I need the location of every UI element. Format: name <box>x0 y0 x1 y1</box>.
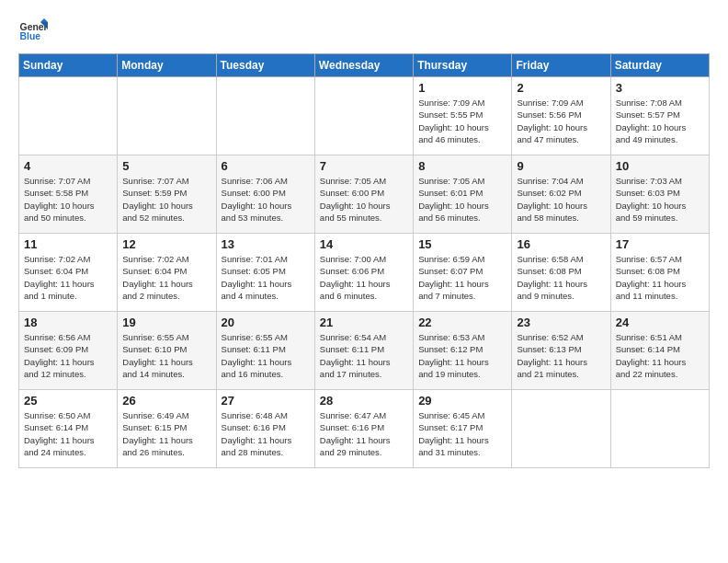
calendar-day <box>610 390 709 468</box>
day-info: Sunrise: 6:45 AM Sunset: 6:17 PM Dayligh… <box>418 409 506 458</box>
day-info: Sunrise: 6:55 AM Sunset: 6:11 PM Dayligh… <box>222 331 310 380</box>
day-info: Sunrise: 6:54 AM Sunset: 6:11 PM Dayligh… <box>320 331 408 380</box>
calendar-day: 22Sunrise: 6:53 AM Sunset: 6:12 PM Dayli… <box>414 312 512 390</box>
day-info: Sunrise: 7:09 AM Sunset: 5:56 PM Dayligh… <box>517 97 605 145</box>
day-info: Sunrise: 7:06 AM Sunset: 6:00 PM Dayligh… <box>222 175 310 224</box>
calendar-day: 24Sunrise: 6:51 AM Sunset: 6:14 PM Dayli… <box>610 312 709 390</box>
day-number: 20 <box>222 316 310 329</box>
day-number: 19 <box>122 316 210 329</box>
day-number: 8 <box>418 159 506 173</box>
calendar-day <box>512 390 610 468</box>
day-info: Sunrise: 6:56 AM Sunset: 6:09 PM Dayligh… <box>24 331 112 380</box>
calendar-day: 7Sunrise: 7:05 AM Sunset: 6:00 PM Daylig… <box>314 155 413 234</box>
day-number: 14 <box>320 237 408 251</box>
day-info: Sunrise: 6:49 AM Sunset: 6:15 PM Dayligh… <box>122 409 210 458</box>
day-header: Friday <box>512 54 610 77</box>
day-number: 29 <box>418 394 506 408</box>
calendar-day: 28Sunrise: 6:47 AM Sunset: 6:16 PM Dayli… <box>314 390 413 468</box>
calendar-header: SundayMondayTuesdayWednesdayThursdayFrid… <box>19 54 710 77</box>
calendar-day <box>314 77 413 155</box>
day-info: Sunrise: 7:08 AM Sunset: 5:57 PM Dayligh… <box>616 97 704 145</box>
day-number: 27 <box>222 394 310 408</box>
calendar-day: 27Sunrise: 6:48 AM Sunset: 6:16 PM Dayli… <box>216 390 314 468</box>
day-info: Sunrise: 7:07 AM Sunset: 5:59 PM Dayligh… <box>122 175 210 224</box>
calendar-day: 17Sunrise: 6:57 AM Sunset: 6:08 PM Dayli… <box>610 234 709 312</box>
logo-icon: General Blue <box>18 18 48 44</box>
calendar-day <box>118 77 216 155</box>
calendar-week: 18Sunrise: 6:56 AM Sunset: 6:09 PM Dayli… <box>19 312 710 390</box>
day-info: Sunrise: 7:03 AM Sunset: 6:03 PM Dayligh… <box>616 175 704 224</box>
day-number: 15 <box>418 237 506 251</box>
calendar-week: 4Sunrise: 7:07 AM Sunset: 5:58 PM Daylig… <box>19 155 710 234</box>
day-number: 7 <box>320 159 408 173</box>
day-header: Wednesday <box>314 54 413 77</box>
calendar-week: 11Sunrise: 7:02 AM Sunset: 6:04 PM Dayli… <box>19 234 710 312</box>
day-info: Sunrise: 6:59 AM Sunset: 6:07 PM Dayligh… <box>418 253 506 302</box>
calendar-day: 16Sunrise: 6:58 AM Sunset: 6:08 PM Dayli… <box>512 234 610 312</box>
day-header: Sunday <box>19 54 118 77</box>
svg-text:Blue: Blue <box>20 31 41 41</box>
calendar-day <box>19 77 118 155</box>
calendar-day: 25Sunrise: 6:50 AM Sunset: 6:14 PM Dayli… <box>19 390 118 468</box>
calendar-day: 18Sunrise: 6:56 AM Sunset: 6:09 PM Dayli… <box>19 312 118 390</box>
day-number: 4 <box>24 159 112 173</box>
calendar-day: 12Sunrise: 7:02 AM Sunset: 6:04 PM Dayli… <box>118 234 216 312</box>
calendar-day: 3Sunrise: 7:08 AM Sunset: 5:57 PM Daylig… <box>610 77 709 155</box>
calendar-day: 14Sunrise: 7:00 AM Sunset: 6:06 PM Dayli… <box>314 234 413 312</box>
calendar-day: 5Sunrise: 7:07 AM Sunset: 5:59 PM Daylig… <box>118 155 216 234</box>
day-number: 2 <box>517 81 605 95</box>
calendar-day: 4Sunrise: 7:07 AM Sunset: 5:58 PM Daylig… <box>19 155 118 234</box>
calendar-day: 6Sunrise: 7:06 AM Sunset: 6:00 PM Daylig… <box>216 155 314 234</box>
calendar-day: 1Sunrise: 7:09 AM Sunset: 5:55 PM Daylig… <box>414 77 512 155</box>
calendar-week: 1Sunrise: 7:09 AM Sunset: 5:55 PM Daylig… <box>19 77 710 155</box>
day-number: 22 <box>418 316 506 329</box>
calendar-day: 23Sunrise: 6:52 AM Sunset: 6:13 PM Dayli… <box>512 312 610 390</box>
day-info: Sunrise: 7:02 AM Sunset: 6:04 PM Dayligh… <box>122 253 210 302</box>
day-info: Sunrise: 6:51 AM Sunset: 6:14 PM Dayligh… <box>616 331 704 380</box>
day-number: 3 <box>616 81 704 95</box>
day-number: 28 <box>320 394 408 408</box>
calendar-day: 20Sunrise: 6:55 AM Sunset: 6:11 PM Dayli… <box>216 312 314 390</box>
day-number: 11 <box>24 237 112 251</box>
day-number: 1 <box>418 81 506 95</box>
day-number: 13 <box>222 237 310 251</box>
calendar-week: 25Sunrise: 6:50 AM Sunset: 6:14 PM Dayli… <box>19 390 710 468</box>
day-info: Sunrise: 6:50 AM Sunset: 6:14 PM Dayligh… <box>24 409 112 458</box>
page-header: General Blue <box>18 18 710 44</box>
calendar-day: 9Sunrise: 7:04 AM Sunset: 6:02 PM Daylig… <box>512 155 610 234</box>
day-header: Monday <box>118 54 216 77</box>
day-info: Sunrise: 7:05 AM Sunset: 6:00 PM Dayligh… <box>320 175 408 224</box>
day-info: Sunrise: 7:01 AM Sunset: 6:05 PM Dayligh… <box>222 253 310 302</box>
calendar-day: 21Sunrise: 6:54 AM Sunset: 6:11 PM Dayli… <box>314 312 413 390</box>
calendar-body: 1Sunrise: 7:09 AM Sunset: 5:55 PM Daylig… <box>19 77 710 468</box>
day-info: Sunrise: 7:00 AM Sunset: 6:06 PM Dayligh… <box>320 253 408 302</box>
calendar-day: 19Sunrise: 6:55 AM Sunset: 6:10 PM Dayli… <box>118 312 216 390</box>
day-info: Sunrise: 7:02 AM Sunset: 6:04 PM Dayligh… <box>24 253 112 302</box>
day-number: 24 <box>616 316 704 329</box>
logo: General Blue <box>18 18 48 44</box>
day-number: 12 <box>122 237 210 251</box>
day-info: Sunrise: 6:47 AM Sunset: 6:16 PM Dayligh… <box>320 409 408 458</box>
day-info: Sunrise: 6:53 AM Sunset: 6:12 PM Dayligh… <box>418 331 506 380</box>
day-info: Sunrise: 6:52 AM Sunset: 6:13 PM Dayligh… <box>517 331 605 380</box>
calendar-table: SundayMondayTuesdayWednesdayThursdayFrid… <box>18 53 710 468</box>
day-info: Sunrise: 6:55 AM Sunset: 6:10 PM Dayligh… <box>122 331 210 380</box>
day-number: 26 <box>122 394 210 408</box>
calendar-day: 2Sunrise: 7:09 AM Sunset: 5:56 PM Daylig… <box>512 77 610 155</box>
calendar-day: 11Sunrise: 7:02 AM Sunset: 6:04 PM Dayli… <box>19 234 118 312</box>
day-number: 9 <box>517 159 605 173</box>
day-number: 5 <box>122 159 210 173</box>
day-number: 23 <box>517 316 605 329</box>
calendar-day: 10Sunrise: 7:03 AM Sunset: 6:03 PM Dayli… <box>610 155 709 234</box>
calendar-day: 29Sunrise: 6:45 AM Sunset: 6:17 PM Dayli… <box>414 390 512 468</box>
day-info: Sunrise: 6:48 AM Sunset: 6:16 PM Dayligh… <box>222 409 310 458</box>
svg-marker-2 <box>40 18 48 22</box>
calendar-day: 26Sunrise: 6:49 AM Sunset: 6:15 PM Dayli… <box>118 390 216 468</box>
day-info: Sunrise: 6:57 AM Sunset: 6:08 PM Dayligh… <box>616 253 704 302</box>
day-number: 18 <box>24 316 112 329</box>
day-info: Sunrise: 7:05 AM Sunset: 6:01 PM Dayligh… <box>418 175 506 224</box>
calendar-day: 15Sunrise: 6:59 AM Sunset: 6:07 PM Dayli… <box>414 234 512 312</box>
day-header: Tuesday <box>216 54 314 77</box>
day-info: Sunrise: 7:07 AM Sunset: 5:58 PM Dayligh… <box>24 175 112 224</box>
day-number: 6 <box>222 159 310 173</box>
